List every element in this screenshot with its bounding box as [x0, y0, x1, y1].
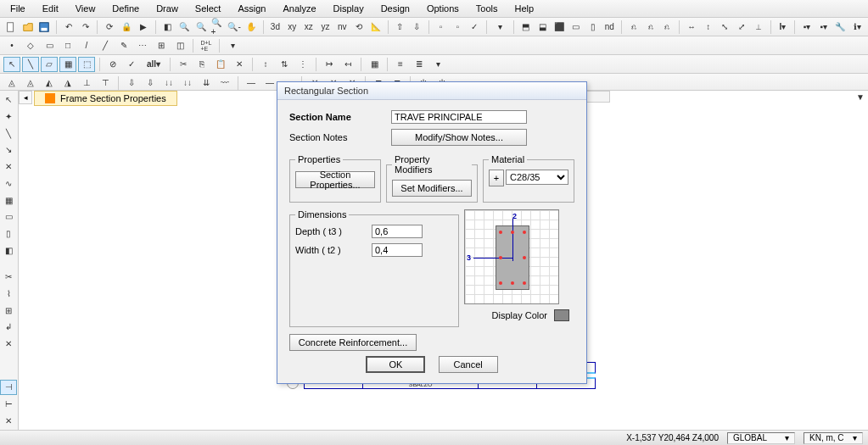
cancel-button[interactable]: Cancel [439, 356, 498, 373]
load2-icon[interactable]: ⇩ [142, 75, 159, 91]
reinforcement-button[interactable]: Concrete Reinforcement... [289, 334, 417, 351]
mesh-icon[interactable]: ▦ [366, 57, 383, 72]
memb-icon[interactable]: / [78, 38, 95, 53]
sel1-icon[interactable]: ⊘ [104, 57, 121, 72]
cut-icon[interactable]: ✂ [175, 57, 192, 72]
view-yz-icon[interactable]: yz [318, 19, 333, 35]
dim2-icon[interactable]: ↕ [701, 19, 716, 35]
lt-snap-icon[interactable]: ⊞ [0, 303, 17, 318]
rubber-icon[interactable]: ◧ [160, 19, 175, 35]
load3-icon[interactable]: ↓↓ [160, 75, 177, 91]
misc1-icon[interactable]: ⎌ [626, 19, 641, 35]
view-xz-icon[interactable]: xz [301, 19, 316, 35]
view-nv-icon[interactable]: nv [334, 19, 350, 35]
menu-help[interactable]: Help [508, 2, 541, 15]
ext2-icon[interactable]: ↤ [339, 57, 356, 72]
down-icon[interactable]: ⇩ [409, 19, 424, 35]
shape2-icon[interactable]: ⬓ [535, 19, 551, 35]
misc3-icon[interactable]: ⎌ [660, 19, 675, 35]
lt-int-icon[interactable]: ✕ [0, 413, 17, 428]
lt-pointer-icon[interactable]: ↖ [0, 92, 17, 108]
menu-display[interactable]: Display [327, 2, 371, 15]
lt-x-icon[interactable]: ✕ [0, 337, 17, 352]
shape3-icon[interactable]: ⬛ [552, 19, 567, 35]
menu-assign[interactable]: Assign [231, 2, 272, 15]
lt-curve-icon[interactable]: ∿ [0, 176, 17, 192]
status-csys[interactable]: GLOBAL▾ [727, 432, 795, 444]
status-units[interactable]: KN, m, C▾ [804, 432, 863, 444]
check-icon[interactable]: ✓ [467, 19, 482, 35]
view-xy-icon[interactable]: xy [284, 19, 300, 35]
all-icon[interactable]: all▾ [142, 57, 165, 72]
zoom-out-icon[interactable]: 🔍- [227, 19, 242, 35]
section-properties-button[interactable]: Section Properties... [295, 171, 375, 188]
run-icon[interactable]: ▶ [136, 19, 151, 35]
memb2-icon[interactable]: ╱ [97, 38, 114, 53]
lt-shape-icon[interactable]: ◧ [0, 242, 17, 258]
menu-define[interactable]: Define [105, 2, 146, 15]
lt-link-icon[interactable]: ⌇ [0, 286, 17, 302]
perspective-icon[interactable]: 📐 [368, 19, 384, 35]
wrench-icon[interactable]: 🔧 [833, 19, 848, 35]
menu-design[interactable]: Design [374, 2, 417, 15]
rect-icon[interactable]: ▭ [41, 38, 58, 53]
view-3d-icon[interactable]: 3d [268, 19, 283, 35]
paste-icon[interactable]: 📋 [212, 57, 229, 72]
array-icon[interactable]: ⋮ [294, 57, 311, 72]
line2-icon[interactable]: — [261, 75, 278, 91]
line-icon[interactable]: ╲ [22, 57, 39, 72]
menu-analyze[interactable]: Analyze [276, 2, 322, 15]
undo-icon[interactable]: ↶ [61, 19, 76, 35]
dim5-icon[interactable]: ⟂ [751, 19, 766, 35]
set-modifiers-button[interactable]: Set Modifiers... [392, 180, 472, 197]
ok-button[interactable]: OK [366, 356, 425, 373]
rect2-icon[interactable]: □ [59, 38, 76, 53]
area-icon[interactable]: ▱ [41, 57, 58, 72]
load1-icon[interactable]: ⇩ [123, 75, 140, 91]
up-icon[interactable]: ⇧ [392, 19, 407, 35]
pencil-icon[interactable]: ✎ [115, 38, 132, 53]
align3-icon[interactable]: ▾ [429, 57, 446, 72]
ibeam-icon[interactable]: I▾ [776, 19, 791, 35]
depth-input[interactable] [372, 225, 423, 238]
lt-mid-icon[interactable]: ⊢ [0, 397, 17, 412]
lt-cross-icon[interactable]: ✕ [0, 159, 17, 175]
menu-select[interactable]: Select [188, 2, 228, 15]
tab-close-icon[interactable] [45, 93, 55, 103]
menu-view[interactable]: View [69, 2, 103, 15]
menu-options[interactable]: Options [420, 2, 466, 15]
diamond-icon[interactable]: ◇ [22, 38, 39, 53]
menu-draw[interactable]: Draw [149, 2, 185, 15]
lt-rect2-icon[interactable]: ▯ [0, 226, 17, 242]
text-icon[interactable]: ▾ [224, 38, 241, 53]
more-icon[interactable]: ⋯ [134, 38, 151, 53]
lt-scissors-icon[interactable]: ✂ [0, 270, 17, 285]
lt-node-icon[interactable]: ✦ [0, 109, 17, 125]
lt-hatch-icon[interactable]: ▦ [0, 192, 17, 208]
lt-line-icon[interactable]: ╲ [0, 125, 17, 141]
lt-end-icon[interactable]: ⊣ [0, 380, 17, 395]
width-input[interactable] [372, 243, 423, 257]
redo-icon[interactable]: ↷ [78, 19, 93, 35]
load4-icon[interactable]: ↓↓ [179, 75, 196, 91]
color1-icon[interactable]: ▪▾ [799, 19, 815, 35]
sup4-icon[interactable]: ◮ [59, 75, 76, 91]
refresh-icon[interactable]: ⟳ [102, 19, 117, 35]
nd-icon[interactable]: nd [602, 19, 617, 35]
lt-ext-icon[interactable]: ↲ [0, 320, 17, 335]
obj-icon[interactable]: ▫ [434, 19, 449, 35]
dim4-icon[interactable]: ⤢ [734, 19, 749, 35]
open-icon[interactable] [20, 19, 36, 35]
zoom-prev-icon[interactable]: 🔍 [193, 19, 209, 35]
info-icon[interactable]: ℹ▾ [849, 19, 865, 35]
disp-icon[interactable]: ⊞ [153, 38, 170, 53]
align1-icon[interactable]: ≡ [392, 57, 409, 72]
check2-icon[interactable]: ✓ [123, 57, 140, 72]
new-icon[interactable] [3, 19, 19, 35]
dropdown-icon[interactable]: ▾ [491, 19, 509, 35]
lt-line2-icon[interactable]: ↘ [0, 142, 17, 158]
dl-icon[interactable]: D+L+E [198, 38, 215, 53]
lt-rect-icon[interactable]: ▭ [0, 209, 17, 225]
node-icon[interactable]: • [3, 38, 20, 53]
shape5-icon[interactable]: ▯ [585, 19, 601, 35]
